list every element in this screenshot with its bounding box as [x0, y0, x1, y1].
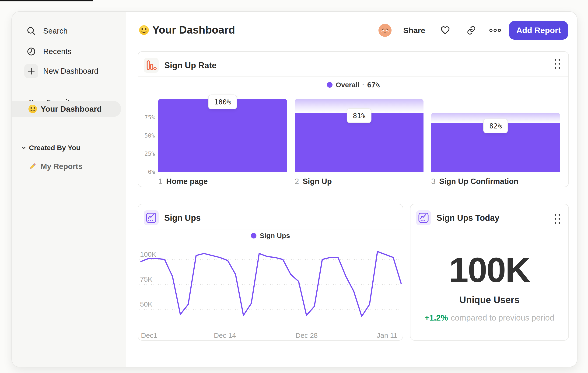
sidebar-item-label: Your Dashboard [41, 104, 102, 113]
sidebar-section-created-by-you[interactable]: Created By You [12, 142, 126, 153]
line-y-tick: 75K [140, 275, 152, 283]
legend-dot-icon [251, 233, 256, 239]
kpi-value: 100K [410, 250, 568, 290]
kpi-delta-row: +1.2%compared to previous period [410, 313, 568, 323]
funnel-chart: 75%50%25%0%100%1Home page81%2Sign Up82%3… [138, 52, 568, 187]
line-x-tick: Dec 14 [214, 332, 236, 339]
sidebar-item-recents[interactable]: Recents [12, 43, 126, 60]
smiley-emoji-icon [139, 25, 149, 35]
card-sign-ups: Sign Ups Sign Ups 100K75K50KDec1Dec 14De… [138, 204, 403, 341]
line-x-tick: Dec1 [141, 332, 157, 339]
card-sign-ups-today: Sign Ups Today 100K Unique Users +1.2%co… [410, 204, 569, 341]
sidebar-item-label: Search [43, 27, 68, 35]
funnel-step-badge: 82% [483, 118, 508, 133]
search-icon [24, 24, 38, 38]
share-button[interactable]: Share [403, 26, 425, 35]
card-sign-up-rate: Sign Up Rate Overall · 67% 75%50%25%0%10… [138, 51, 569, 187]
funnel-step-label: 3Sign Up Confirmation [431, 177, 518, 186]
legend-label: Sign Ups [260, 232, 290, 240]
funnel-y-tick: 25% [138, 150, 155, 157]
page-title: Your Dashboard [152, 24, 235, 36]
sidebar-item-label: New Dashboard [43, 67, 98, 76]
sidebar-section-title: Created By You [29, 144, 81, 152]
funnel-bar [158, 99, 287, 172]
funnel-y-tick: 75% [138, 114, 155, 121]
card-title: Sign Ups Today [437, 213, 499, 223]
app-window: Search Recents New Dashboard Your Favori… [11, 11, 578, 367]
funnel-step-label: 1Home page [158, 177, 208, 186]
smiley-emoji-icon [28, 104, 37, 113]
sidebar-item-label: Recents [43, 47, 71, 56]
legend-sign-ups[interactable]: Sign Ups [138, 229, 403, 242]
clock-icon [24, 45, 38, 59]
sidebar: Search Recents New Dashboard Your Favori… [12, 12, 126, 367]
funnel-step-badge: 81% [347, 108, 371, 123]
sidebar-item-label: My Reports [41, 162, 83, 171]
funnel-y-tick: 0% [138, 169, 155, 175]
line-x-tick: Jan 11 [377, 332, 397, 339]
kpi-label: Unique Users [410, 295, 568, 305]
line-chart: 100K75K50KDec1Dec 14Dec 28Jan 11 [138, 242, 403, 340]
sidebar-item-my-reports[interactable]: My Reports [12, 159, 121, 174]
funnel-step-badge: 100% [208, 95, 237, 109]
line-chart-icon [144, 210, 159, 225]
copy-link-icon[interactable] [466, 25, 477, 36]
sidebar-item-your-dashboard[interactable]: Your Dashboard [12, 101, 121, 117]
kpi-delta-note: compared to previous period [451, 313, 554, 322]
line-y-tick: 50K [140, 300, 152, 308]
pencil-emoji-icon [28, 162, 37, 171]
line-series-sign-ups [141, 252, 401, 316]
avatar[interactable] [378, 24, 391, 37]
sidebar-item-new-dashboard[interactable]: New Dashboard [12, 63, 126, 79]
background-strip [0, 0, 93, 1]
more-options-ellipsis-icon[interactable] [489, 26, 500, 37]
card-title: Sign Ups [164, 213, 201, 223]
chevron-down-icon [21, 145, 27, 151]
kpi-delta: +1.2% [425, 313, 448, 322]
add-report-button[interactable]: Add Report [509, 21, 568, 40]
screen: Search Recents New Dashboard Your Favori… [0, 0, 588, 373]
sidebar-item-search[interactable]: Search [12, 23, 126, 39]
favorite-heart-icon[interactable] [440, 25, 451, 36]
plus-icon [24, 64, 38, 78]
line-x-tick: Dec 28 [295, 332, 318, 339]
funnel-y-tick: 50% [138, 132, 155, 139]
line-y-tick: 100K [140, 250, 156, 258]
drag-handle[interactable] [554, 213, 561, 225]
line-chart-icon [416, 210, 431, 225]
funnel-step-label: 2Sign Up [295, 177, 332, 186]
